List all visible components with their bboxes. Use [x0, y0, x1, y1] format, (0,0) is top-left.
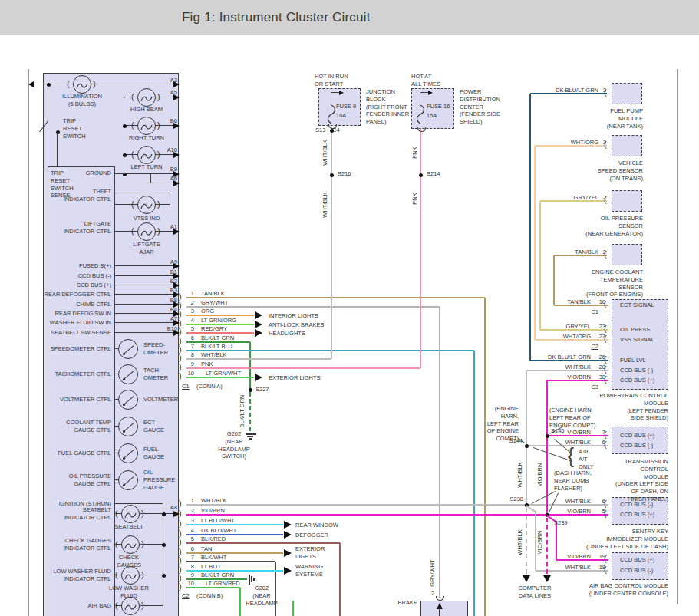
label: POWER DISTRIBUTION CENTER (FENDER SIDE S… [460, 88, 500, 126]
label: BLK/LT BLU [201, 343, 232, 351]
label: LOW WASHER FLUID INDICATOR CTRL [53, 568, 111, 583]
label: WHT/BLK [565, 498, 591, 506]
wire-h [186, 561, 275, 562]
label: LOW WASHER FLUID [109, 585, 149, 600]
label: ENGINE COOLANT TEMPERATURE SENSOR (FRONT… [586, 268, 643, 298]
label: VSS SIGNAL [620, 336, 654, 344]
label: TRANSMISSION CONTROL MODULE (UNDER LEFT … [615, 458, 668, 503]
connector-chevron-icon: ( [115, 571, 118, 579]
wire-h [186, 367, 420, 369]
splice-dot [162, 574, 166, 578]
label: SPEEDOMETER CTRL [51, 345, 111, 353]
splice-dot [123, 484, 125, 486]
wire-v [420, 129, 421, 368]
label: SEATBELT INDICATOR CTRL [64, 506, 111, 522]
splice-dot [162, 543, 166, 547]
label: EXTERIOR LIGHTS [269, 374, 321, 382]
bulb-filament-icon [124, 509, 137, 519]
label: TAN/BLK [201, 290, 225, 298]
label: G202 (NEAR HEADLAMP [246, 585, 277, 607]
wire-v [439, 608, 440, 616]
label: CCD BUS (-) [620, 442, 653, 450]
splice-dot [123, 153, 127, 157]
label: 23 [599, 323, 605, 331]
page-title: Fig 1: Instrument Cluster Circuit [182, 10, 371, 25]
wire-name-rotated: PNK [411, 147, 419, 158]
label: GROUND [86, 170, 111, 177]
label: 6 [191, 334, 194, 342]
wire-v [170, 193, 170, 205]
connector-chevron-icon: ) [157, 121, 160, 130]
connector-chevron-icon: ) [179, 519, 182, 528]
wire-name-rotated: WHT/BLK [516, 529, 524, 555]
wiring-diagram-page: Fig 1: Instrument Cluster Circuit ()()()… [0, 0, 699, 616]
wire-v [473, 351, 475, 616]
label: OIL PRESSURE GAUGE CTRL [69, 473, 111, 488]
label: POWERTRAIN CONTROL MODULE (LEFT FENDER S… [600, 392, 668, 422]
label: SEATBELT SW SENSE [51, 329, 111, 337]
fuel-pump-module-box [612, 83, 642, 104]
bulb-filament-icon [124, 571, 137, 580]
label: AIR BAG CONTROL MODULE (UNDER CENTER CON… [589, 582, 668, 598]
label: WASHER FLUID SW IN [50, 319, 111, 327]
connector-chevron-icon: ) [93, 80, 96, 88]
wire-v [529, 94, 531, 361]
arrow-right-icon [284, 531, 292, 539]
connector-chevron-icon: ) [141, 571, 144, 579]
label: VIO/BRN [201, 507, 225, 515]
wire-v [534, 146, 536, 340]
label: REAR DEFOG SW IN [55, 310, 111, 318]
label: HEADLIGHTS [269, 330, 305, 338]
label: 6 [602, 439, 605, 446]
splice-dot [546, 434, 549, 438]
label: CHECK GAUGES INDICATOR CTRL [64, 537, 111, 552]
label: CCD BUS (+) [620, 432, 654, 440]
bulb-filament-icon [140, 227, 153, 236]
label: DEFOGGER [295, 532, 328, 539]
label: DK BLU/LT GRN [548, 354, 591, 361]
label: HOT AT ALL TIMES [411, 73, 440, 88]
splice-dot [419, 173, 423, 177]
label: B1 [170, 268, 177, 276]
connector-chevron-icon: ( [115, 540, 118, 548]
wire-h [115, 265, 179, 266]
connector-chevron-icon: ) [179, 509, 182, 518]
wire-v [331, 127, 332, 359]
wire-v [163, 504, 163, 606]
label: 7 [602, 429, 605, 436]
wire-h [91, 84, 179, 84]
label: S216 [338, 170, 351, 178]
label: BLK/WHT [201, 554, 226, 562]
connector-chevron-icon: ( [67, 80, 70, 88]
connector-chevron-icon: ) [179, 582, 182, 591]
label: 6 [191, 545, 194, 553]
vehicle-speed-sensor-box [612, 135, 642, 156]
wire-h [115, 275, 179, 276]
label: COOLANT TEMP GAUGE CTRL [66, 419, 111, 434]
label: C1 [182, 383, 190, 390]
wire-v [546, 518, 548, 574]
label: CCD BUS (+) [620, 556, 654, 564]
connector-chevron-icon: ) [157, 227, 160, 236]
label: 6 [602, 498, 605, 506]
label: GRY/YEL [574, 194, 598, 202]
label: TACHOMETER CTRL [54, 371, 111, 378]
label: WHT/ORG [571, 139, 598, 147]
wire-h [186, 504, 608, 506]
wire-v [339, 543, 341, 616]
label: SEATBELT [114, 523, 143, 531]
label: CCD BUS (-) [620, 367, 653, 374]
label: HOT IN RUN OR START [315, 73, 348, 88]
label: 10 [188, 370, 194, 377]
label: RIGHT TURN [129, 134, 164, 142]
label: 8 [191, 351, 194, 359]
label: 9 [191, 572, 194, 579]
label: B3 [170, 287, 177, 295]
label: FUEL GAUGE CTRL [58, 450, 111, 457]
label: 4 [191, 527, 194, 535]
splice-dot [525, 444, 529, 448]
wire-v [249, 392, 251, 431]
ground-icon [251, 576, 252, 582]
fuse-icon [328, 105, 335, 124]
splice-dot [249, 388, 252, 392]
